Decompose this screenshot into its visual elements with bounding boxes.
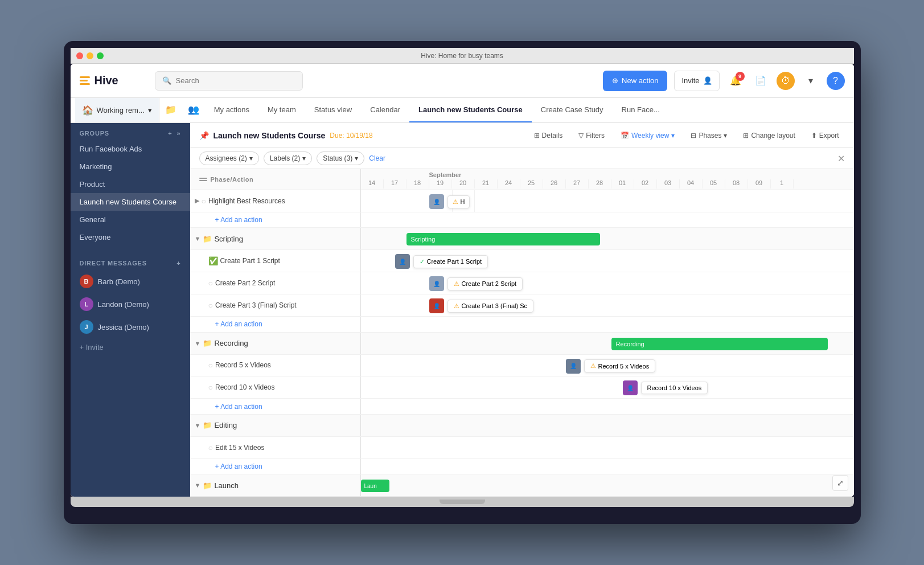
logo[interactable]: Hive	[80, 74, 148, 87]
check-popup-script1: ✓	[420, 258, 425, 265]
day-col-18: 18	[406, 179, 429, 189]
check-edit1: ○	[208, 443, 213, 452]
fullscreen-button[interactable]: ⤢	[832, 475, 848, 491]
groups-label: GROUPS	[80, 130, 109, 137]
invite-button[interactable]: Invite 👤	[674, 71, 719, 91]
task-popup-script1: 👤 ✓ Create Part 1 Script	[395, 254, 488, 269]
popup-script2-text: Create Part 2 Script	[462, 280, 517, 287]
groups-add[interactable]: +	[168, 130, 172, 137]
invite-link[interactable]: + Invite	[71, 338, 190, 356]
search-input[interactable]	[176, 76, 295, 85]
action-row-rec2: ○ Record 10 x Videos 👤 Record 10 x Video…	[190, 376, 854, 399]
warning-rec1: ⚠	[590, 362, 596, 370]
tab-calendar[interactable]: Calendar	[361, 98, 409, 122]
tab-team-icon[interactable]: 👥	[182, 98, 205, 122]
minimize-button[interactable]	[87, 52, 93, 59]
filters-button[interactable]: ▽ Filters	[573, 129, 610, 142]
details-button[interactable]: ⊞ Details	[528, 129, 569, 142]
tab-create-case[interactable]: Create Case Study	[532, 98, 613, 122]
popup-script3-text: Create Part 3 (Final) Sc	[462, 302, 528, 309]
timer-button[interactable]: ⏱	[777, 72, 795, 90]
day-col-08: 08	[725, 179, 748, 189]
avatar-jessica: J	[80, 320, 93, 334]
notifications-button[interactable]: 🔔 9	[726, 72, 745, 90]
warning-icon-highlight: ⚠	[453, 198, 458, 206]
sidebar-item-students-course[interactable]: Launch new Students Course	[71, 193, 190, 211]
add-action-highlight[interactable]: + Add an action	[190, 216, 262, 224]
action-row-script2: ○ Create Part 2 Script 👤 ⚠	[190, 272, 854, 294]
window-controls[interactable]	[76, 52, 104, 59]
sidebar-item-barb[interactable]: B Barb (Demo)	[71, 270, 190, 293]
task-popup-rec2: 👤 Record 10 x Videos	[623, 380, 708, 395]
tab-folder-icon[interactable]: 📁	[159, 98, 182, 122]
sidebar-item-facebook-ads[interactable]: Run Facebook Ads	[71, 140, 190, 158]
expand-recording[interactable]: ▼	[195, 340, 201, 347]
tab-my-team[interactable]: My team	[258, 98, 305, 122]
groups-expand[interactable]: »	[177, 130, 181, 137]
tab-run-face[interactable]: Run Face...	[613, 98, 669, 122]
add-action-editing[interactable]: + Add an action	[190, 462, 262, 470]
groups-actions[interactable]: + »	[168, 130, 180, 137]
sidebar-item-general[interactable]: General	[71, 211, 190, 228]
avatar-rec2: 👤	[623, 380, 638, 395]
popup-highlight-text: H	[461, 198, 465, 205]
new-action-button[interactable]: ⊕ New action	[603, 71, 667, 91]
clear-filters-button[interactable]: Clear	[369, 154, 385, 162]
sidebar-item-marketing[interactable]: Marketing	[71, 158, 190, 175]
task-popup-rec1: 👤 ⚠ Record 5 x Videos	[566, 359, 656, 374]
sidebar-item-everyone[interactable]: Everyone	[71, 228, 190, 246]
add-action-scripting[interactable]: + Add an action	[190, 320, 262, 328]
maximize-button[interactable]	[97, 52, 104, 59]
tab-my-actions[interactable]: My actions	[205, 98, 258, 122]
sidebar-item-jessica[interactable]: J Jessica (Demo)	[71, 316, 190, 338]
close-button[interactable]	[76, 52, 83, 59]
day-col-27: 27	[566, 179, 589, 189]
bar-scripting-label: Scripting	[411, 236, 436, 243]
expand-launch[interactable]: ▼	[195, 482, 201, 489]
groups-header: GROUPS + »	[71, 123, 190, 140]
popup-script1: ✓ Create Part 1 Script	[413, 255, 488, 268]
change-layout-button[interactable]: ⊞ Change layout	[737, 129, 800, 142]
sidebar: GROUPS + » Run Facebook Ads Marketing Pr…	[71, 123, 190, 497]
expand-editing[interactable]: ▼	[195, 422, 201, 429]
expand-highlight[interactable]: ▶	[195, 197, 199, 204]
gantt-add-controls[interactable]	[199, 178, 207, 181]
new-action-icon: ⊕	[612, 76, 618, 85]
tab-status-view[interactable]: Status view	[305, 98, 361, 122]
workspace-selector[interactable]: 🏠 Working rem... ▾	[75, 98, 159, 122]
export-label: Export	[819, 132, 839, 140]
phases-button[interactable]: ⊟ Phases ▾	[685, 129, 733, 142]
task-popup-highlight: 👤 ⚠ H	[429, 194, 470, 209]
rec2-label: Record 10 x Videos	[215, 383, 275, 391]
tab-launch-students[interactable]: Launch new Students Course	[409, 98, 532, 122]
expand-scripting[interactable]: ▼	[195, 235, 201, 242]
dm-add[interactable]: +	[176, 260, 180, 267]
action-row-rec1: ○ Record 5 x Videos 👤 ⚠ Rec	[190, 355, 854, 377]
popup-highlight: ⚠ H	[447, 195, 470, 208]
documents-button[interactable]: 📄	[751, 72, 770, 90]
day-col-10: 1	[771, 179, 794, 189]
popup-rec2: Record 10 x Videos	[641, 382, 708, 394]
sidebar-item-product[interactable]: Product	[71, 175, 190, 193]
help-button[interactable]: ?	[827, 72, 845, 90]
weekly-view-button[interactable]: 📅 Weekly view ▾	[615, 129, 680, 142]
search-bar[interactable]: 🔍	[155, 71, 303, 91]
day-col-25: 25	[520, 179, 543, 189]
workspace-label: Working rem...	[97, 106, 145, 114]
close-filters-button[interactable]: ✕	[837, 153, 845, 164]
day-col-19: 19	[429, 179, 452, 189]
sidebar-item-label: Product	[80, 180, 105, 189]
export-icon: ⬆	[811, 132, 817, 140]
avatar-landon: L	[80, 297, 93, 311]
export-button[interactable]: ⬆ Export	[806, 129, 845, 142]
add-action-highlight-row: + Add an action	[190, 212, 854, 228]
add-action-recording[interactable]: + Add an action	[190, 403, 262, 411]
notification-badge: 9	[736, 72, 745, 81]
sidebar-item-landon[interactable]: L Landon (Demo)	[71, 293, 190, 316]
popup-script3: ⚠ Create Part 3 (Final) Sc	[447, 300, 534, 313]
dropdown-button[interactable]: ▾	[802, 72, 820, 90]
assignees-filter[interactable]: Assignees (2) ▾	[199, 152, 259, 165]
status-filter[interactable]: Status (3) ▾	[317, 152, 364, 165]
bar-recording-label: Recording	[616, 341, 644, 347]
labels-filter[interactable]: Labels (2) ▾	[264, 152, 312, 165]
